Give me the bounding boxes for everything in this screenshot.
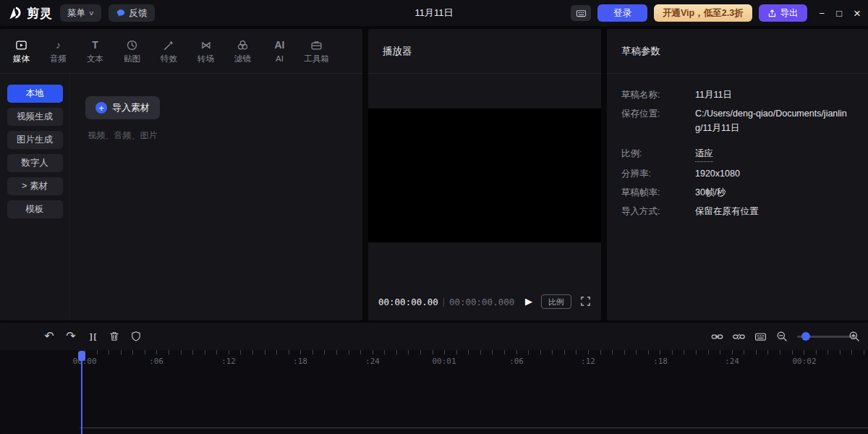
timeline-tracks[interactable]: 00:00 :06 :12 :18 :24 00:01 :06 :12 :18 … [0, 350, 868, 434]
undo-icon[interactable]: ↶ [40, 328, 59, 345]
chevron-down-icon: ∨ [88, 9, 95, 17]
tab-transition[interactable]: ⋈ 转场 [187, 39, 224, 64]
ruler-label: 00:02 [792, 357, 816, 366]
ruler-label: :18 [293, 357, 307, 366]
ruler-label: :12 [221, 357, 236, 366]
sidebar-item-image-gen[interactable]: 图片生成 [7, 131, 63, 149]
draft-params-panel: 草稿参数 草稿名称: 11月11日 保存位置: C:/Users/deng-qi… [607, 29, 868, 320]
effects-icon [163, 39, 175, 51]
unlink-icon[interactable] [729, 328, 748, 345]
sidebar-item-local[interactable]: 本地 [7, 85, 63, 103]
zoom-in-icon[interactable] [845, 328, 864, 345]
window-controls: − □ × [820, 7, 861, 20]
ruler-label: :12 [581, 357, 595, 366]
sticker-icon [126, 39, 138, 51]
param-row-import-mode: 导入方式: 保留在原有位置 [621, 205, 854, 218]
maximize-button[interactable]: □ [836, 9, 842, 18]
text-icon: T [92, 39, 98, 51]
export-icon [767, 9, 777, 18]
ruler-label: :18 [653, 357, 668, 366]
tab-label: 贴图 [124, 55, 140, 64]
playhead-line [81, 359, 82, 434]
filter-icon [237, 39, 249, 51]
tab-label: 工具箱 [304, 55, 329, 64]
feedback-button[interactable]: 反馈 [109, 4, 155, 22]
feedback-button-label: 反馈 [129, 7, 148, 20]
tab-media[interactable]: 媒体 [3, 39, 40, 64]
param-value: C:/Users/deng-qiao/Documents/jianling/11… [695, 107, 851, 135]
param-row-save-location: 保存位置: C:/Users/deng-qiao/Documents/jianl… [621, 107, 854, 135]
preview-axis-icon[interactable] [751, 328, 770, 345]
minimize-button[interactable]: − [820, 9, 825, 18]
transition-icon: ⋈ [201, 39, 211, 51]
sidebar-item-digital-human[interactable]: 数字人 [7, 154, 63, 172]
tab-toolbox[interactable]: 工具箱 [298, 39, 335, 64]
feedback-icon [116, 8, 126, 18]
tab-filter[interactable]: 滤镜 [224, 39, 261, 64]
split-icon[interactable]: ][ [83, 328, 102, 345]
mask-shield-icon[interactable] [127, 328, 145, 345]
ruler-label: :06 [149, 357, 163, 366]
player-controls-right: ▶ 比例 [525, 294, 591, 309]
timeline-panel: ↶ ↷ ][ [0, 323, 868, 434]
import-button-label: 导入素材 [112, 101, 150, 114]
redo-icon[interactable]: ↷ [61, 328, 80, 345]
total-duration: 00:00:00.000 [449, 297, 514, 307]
app-logo: 剪灵 [7, 5, 53, 22]
sidebar-item-assets[interactable]: > 素材 [7, 177, 63, 195]
ruler-label: :24 [725, 357, 739, 366]
zoom-out-icon[interactable] [773, 328, 791, 345]
export-button-label: 导出 [780, 7, 799, 20]
draft-params-body: 草稿名称: 11月11日 保存位置: C:/Users/deng-qiao/Do… [607, 74, 868, 219]
fullscreen-icon[interactable] [580, 296, 591, 307]
login-button[interactable]: 登录 [597, 4, 647, 22]
tab-text[interactable]: T 文本 [77, 39, 114, 64]
audio-icon: ♪ [56, 39, 61, 51]
vip-button[interactable]: 开通Vip，低至2.3折 [654, 4, 752, 22]
tab-audio[interactable]: ♪ 音频 [40, 39, 77, 64]
tab-ai[interactable]: AI AI [261, 39, 298, 64]
topbar-right: 登录 开通Vip，低至2.3折 导出 − □ × [571, 4, 861, 22]
import-area: + 导入素材 视频、音频、图片 [85, 96, 160, 142]
tab-sticker[interactable]: 贴图 [114, 39, 150, 64]
toolbox-icon [310, 39, 323, 51]
close-button[interactable]: × [854, 7, 861, 20]
playhead-handle[interactable] [78, 351, 85, 361]
time-separator: | [443, 297, 445, 307]
delete-icon[interactable] [105, 328, 124, 345]
link-icon[interactable] [707, 328, 726, 345]
video-preview[interactable] [368, 109, 601, 242]
param-value: 11月11日 [695, 88, 732, 102]
player-panel: 播放器 00:00:00.00 | 00:00:00.000 ▶ 比例 [368, 29, 601, 320]
tab-label: 媒体 [13, 55, 30, 64]
param-row-draft-name: 草稿名称: 11月11日 [621, 88, 854, 102]
app-logo-icon [7, 5, 23, 21]
tab-effects[interactable]: 特效 [150, 39, 187, 64]
tab-label: 文本 [87, 55, 103, 64]
import-subtitle: 视频、音频、图片 [88, 129, 158, 142]
export-button[interactable]: 导出 [759, 4, 807, 22]
sidebar-item-video-gen[interactable]: 视频生成 [7, 108, 63, 126]
zoom-slider-knob[interactable] [801, 332, 810, 341]
plus-icon: + [95, 102, 107, 114]
app-window: 剪灵 菜单 ∨ 反馈 11月11日 登录 开通Vip，低至2.3折 导出 [0, 0, 868, 434]
ratio-button[interactable]: 比例 [541, 294, 571, 309]
param-row-resolution: 分辨率: 1920x1080 [621, 167, 854, 181]
timeline-toolbar: ↶ ↷ ][ [0, 323, 868, 350]
media-library-panel: 媒体 ♪ 音频 T 文本 贴图 特效 [0, 29, 362, 320]
tab-label: 滤镜 [234, 55, 251, 64]
ruler-label: :06 [509, 357, 524, 366]
param-row-framerate: 草稿帧率: 30帧/秒 [621, 186, 854, 200]
ruler-label: :24 [365, 357, 380, 366]
player-controls: 00:00:00.00 | 00:00:00.000 ▶ 比例 [368, 292, 601, 312]
shortcut-keyboard-button[interactable] [571, 5, 591, 21]
param-row-ratio: 比例: 适应 [621, 147, 854, 161]
menu-button[interactable]: 菜单 ∨ [60, 4, 101, 22]
timeline-ruler [80, 350, 868, 354]
param-label: 草稿名称: [621, 88, 695, 102]
param-value-ratio-dropdown[interactable]: 适应 [695, 147, 713, 161]
play-button[interactable]: ▶ [525, 297, 532, 306]
param-label: 草稿帧率: [621, 186, 695, 200]
sidebar-item-templates[interactable]: 模板 [7, 200, 63, 218]
import-media-button[interactable]: + 导入素材 [85, 96, 160, 119]
